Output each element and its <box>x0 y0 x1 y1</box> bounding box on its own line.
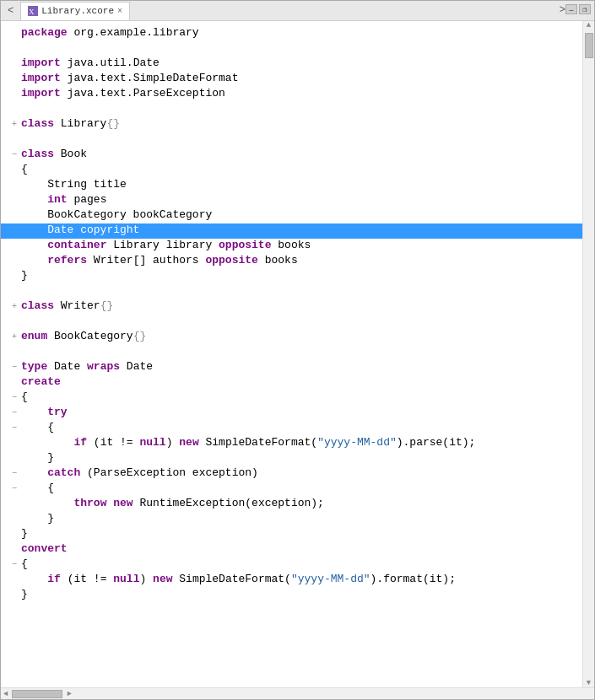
main-window: < X Library.xcore × > — ❐ <box>0 0 595 700</box>
line-content: container Library library opposite books <box>21 239 582 251</box>
line-content: { <box>21 482 582 494</box>
fold-marker-catch-block[interactable]: − <box>8 484 21 493</box>
line-content: { <box>21 421 582 433</box>
code-line: − { <box>1 421 582 436</box>
code-line: package org.example.library <box>1 26 582 41</box>
code-container: package org.example.library import java.… <box>1 21 582 687</box>
line-content: catch (ParseException exception) <box>21 466 582 479</box>
line-content: } <box>21 588 582 600</box>
fold-marker-writer[interactable]: + <box>8 302 21 311</box>
code-line-highlighted: Date copyright <box>1 223 582 239</box>
fold-marker-try-block[interactable]: − <box>8 423 21 433</box>
line-content: convert <box>21 542 582 555</box>
fold-marker-bookcategory[interactable]: + <box>8 332 21 342</box>
fold-marker-convert-block[interactable]: − <box>8 560 21 569</box>
vertical-scrollbar[interactable]: ▲ ▼ <box>582 21 594 687</box>
fold-marker-create-block[interactable]: − <box>8 393 21 402</box>
line-content: package org.example.library <box>21 26 582 39</box>
code-line: + enum BookCategory{} <box>1 330 582 345</box>
maximize-button[interactable]: ❐ <box>579 4 591 14</box>
scroll-left-arrow[interactable]: ◄ <box>1 690 10 698</box>
line-content: String title <box>21 178 582 191</box>
code-line: } <box>1 512 582 527</box>
code-line: container Library library opposite books <box>1 239 582 254</box>
line-content: refers Writer[] authors opposite books <box>21 254 582 267</box>
horizontal-scrollbar[interactable]: ◄ ► <box>1 687 594 699</box>
code-line: create <box>1 375 582 390</box>
line-content: } <box>21 512 582 525</box>
code-line <box>1 284 582 299</box>
code-line <box>1 102 582 117</box>
title-bar: < X Library.xcore × > — ❐ <box>1 1 594 21</box>
code-line: throw new RuntimeException(exception); <box>1 497 582 512</box>
line-content: throw new RuntimeException(exception); <box>21 497 582 509</box>
code-line: − type Date wraps Date <box>1 360 582 375</box>
line-content: import java.text.SimpleDateFormat <box>21 72 582 84</box>
line-content: if (it != null) new SimpleDateFormat("yy… <box>21 573 582 585</box>
fold-marker-book[interactable]: − <box>8 150 21 159</box>
tab-icon: X <box>28 6 38 16</box>
code-line: import java.util.Date <box>1 57 582 72</box>
scroll-right-arrow[interactable]: ► <box>64 690 73 698</box>
line-content <box>21 102 582 115</box>
line-content <box>21 41 582 54</box>
editor-area: package org.example.library import java.… <box>1 21 594 687</box>
code-line <box>1 345 582 360</box>
line-content: enum BookCategory{} <box>21 330 582 342</box>
code-line <box>1 41 582 57</box>
line-content: class Writer{} <box>21 299 582 312</box>
svg-text:X: X <box>29 8 35 16</box>
line-content: { <box>21 557 582 570</box>
nav-back-arrow[interactable]: < <box>4 5 17 17</box>
line-content: import java.text.ParseException <box>21 87 582 100</box>
line-content: } <box>21 527 582 540</box>
code-line: String title <box>1 178 582 193</box>
code-line: − try <box>1 406 582 421</box>
code-line: } <box>1 269 582 284</box>
scroll-up-arrow[interactable]: ▲ <box>587 21 591 30</box>
fold-marker-type[interactable]: − <box>8 363 21 372</box>
scroll-down-arrow[interactable]: ▼ <box>587 679 591 687</box>
code-line <box>1 132 582 148</box>
code-line: if (it != null) new SimpleDateFormat("yy… <box>1 573 582 588</box>
code-line: refers Writer[] authors opposite books <box>1 254 582 269</box>
line-content: { <box>21 163 582 175</box>
fold-marker-catch[interactable]: − <box>8 469 21 478</box>
code-line: + class Library{} <box>1 117 582 132</box>
code-line: } <box>1 527 582 542</box>
code-line: − { <box>1 557 582 573</box>
code-line <box>1 315 582 330</box>
line-content <box>21 315 582 327</box>
scroll-thumb-horizontal[interactable] <box>12 690 62 698</box>
line-content: class Book <box>21 148 582 160</box>
line-content <box>21 345 582 358</box>
window-controls: — ❐ <box>565 4 591 14</box>
code-line: import java.text.ParseException <box>1 87 582 102</box>
line-content: import java.util.Date <box>21 57 582 69</box>
tab-label: Library.xcore <box>41 6 114 16</box>
line-content: if (it != null) new SimpleDateFormat("yy… <box>21 436 582 449</box>
code-line: − class Book <box>1 148 582 163</box>
scroll-thumb-vertical[interactable] <box>585 33 593 58</box>
editor-tab[interactable]: X Library.xcore × <box>20 2 130 20</box>
code-line: − { <box>1 390 582 406</box>
code-line: BookCategory bookCategory <box>1 208 582 223</box>
code-line: − catch (ParseException exception) <box>1 466 582 482</box>
line-content: create <box>21 375 582 388</box>
line-content <box>21 284 582 297</box>
line-content: try <box>21 406 582 418</box>
line-content: } <box>21 269 582 282</box>
tab-close-button[interactable]: × <box>117 7 122 16</box>
title-bar-left: < X Library.xcore × <box>4 2 130 20</box>
line-content: BookCategory bookCategory <box>21 208 582 221</box>
fold-marker-library[interactable]: + <box>8 120 21 129</box>
minimize-button[interactable]: — <box>565 4 577 14</box>
code-line: } <box>1 451 582 466</box>
line-content: type Date wraps Date <box>21 360 582 373</box>
code-line: import java.text.SimpleDateFormat <box>1 72 582 87</box>
code-line: int pages <box>1 193 582 208</box>
code-line: − { <box>1 482 582 497</box>
code-line: if (it != null) new SimpleDateFormat("yy… <box>1 436 582 451</box>
fold-marker-try[interactable]: − <box>8 408 21 417</box>
line-content: } <box>21 451 582 464</box>
